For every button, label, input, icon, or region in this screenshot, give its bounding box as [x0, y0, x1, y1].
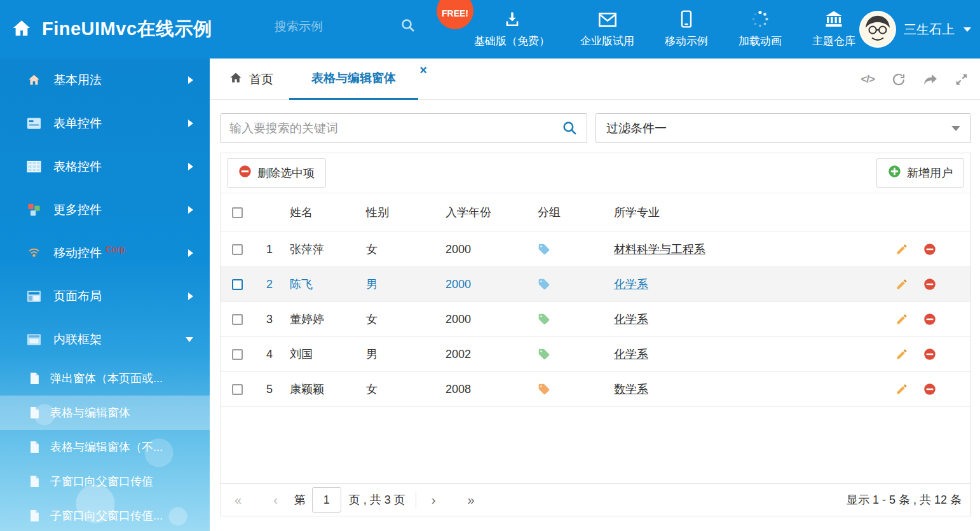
search-icon[interactable] [562, 120, 578, 136]
chevron-down-icon [963, 27, 971, 32]
row-checkbox[interactable] [232, 279, 243, 290]
prev-page-button[interactable]: ‹ [268, 493, 283, 507]
sidebar-subitem-label: 子窗口向父窗口传值... [50, 508, 163, 523]
table-row[interactable]: 1 张萍萍 女 2000 材料科学与工程系 [221, 232, 970, 267]
next-page-button[interactable]: › [426, 493, 441, 507]
delete-selected-button[interactable]: 删除选中项 [227, 158, 326, 188]
sidebar-subitem-popup-window[interactable]: 弹出窗体（本页面或... [0, 361, 210, 396]
major-link[interactable]: 材料科学与工程系 [614, 243, 705, 256]
sidebar-item-page-layout[interactable]: 页面布局 [0, 275, 210, 318]
edit-icon[interactable] [895, 243, 908, 256]
edit-icon[interactable] [895, 313, 908, 326]
edit-icon[interactable] [895, 348, 908, 361]
download-icon [503, 10, 521, 28]
filter-row: 过滤条件一 [220, 113, 971, 143]
nav-item-basic-free[interactable]: 基础版（免费） [459, 0, 565, 59]
nav-label: 企业版试用 [580, 34, 634, 48]
last-page-button[interactable]: » [462, 493, 479, 507]
tag-icon [538, 278, 550, 291]
sidebar-item-iframe[interactable]: 内联框架 [0, 318, 210, 361]
select-all-checkbox[interactable] [232, 207, 243, 218]
row-checkbox[interactable] [232, 384, 243, 395]
tab-tools: </> [861, 59, 969, 100]
tab-bar: 首页 表格与编辑窗体 × </> [210, 59, 980, 100]
refresh-icon[interactable] [891, 72, 906, 87]
sidebar-item-label: 内联框架 [53, 331, 102, 348]
column-header-name[interactable]: 姓名 [290, 205, 366, 220]
table-row[interactable]: 3 董婷婷 女 2000 化学系 [221, 302, 970, 337]
chevron-right-icon [188, 76, 193, 84]
column-header-year[interactable]: 入学年份 [446, 205, 538, 220]
delete-icon[interactable] [923, 383, 936, 396]
row-number: 5 [254, 383, 290, 396]
edit-icon[interactable] [895, 278, 908, 291]
delete-icon[interactable] [923, 278, 936, 291]
share-icon[interactable] [923, 72, 938, 86]
delete-icon[interactable] [923, 348, 936, 361]
column-header-gender[interactable]: 性别 [366, 205, 446, 220]
sidebar-item-label: 页面布局 [53, 288, 102, 305]
sidebar-subitem-grid-edit-window-2[interactable]: 表格与编辑窗体（不... [0, 430, 210, 464]
keyword-search-input[interactable] [221, 121, 562, 135]
envelope-icon [598, 10, 617, 28]
first-page-button[interactable]: « [229, 493, 247, 507]
header-search-input[interactable] [275, 20, 370, 34]
nav-item-mobile-demo[interactable]: 移动示例 [650, 0, 723, 59]
row-checkbox[interactable] [232, 349, 243, 360]
chevron-right-icon [188, 163, 193, 170]
tab-home[interactable]: 首页 [229, 59, 273, 100]
frame-icon [27, 332, 43, 347]
tag-icon [538, 313, 550, 326]
row-checkbox[interactable] [232, 314, 243, 325]
home-icon[interactable] [11, 18, 32, 40]
row-number: 1 [254, 243, 290, 256]
mobile-icon [681, 10, 692, 28]
tab-grid-edit-window[interactable]: 表格与编辑窗体 × [289, 59, 418, 100]
cell-name: 董婷婷 [290, 312, 366, 327]
nav-item-loading-animation[interactable]: 加载动画 [723, 0, 797, 59]
sidebar-item-basic-usage[interactable]: 基本用法 [0, 59, 210, 102]
major-link[interactable]: 化学系 [614, 348, 648, 361]
file-icon [29, 406, 40, 419]
sidebar-subitem-child-to-parent[interactable]: 子窗口向父窗口传值 [0, 464, 210, 499]
layout-icon [27, 289, 43, 304]
sidebar-subitem-label: 表格与编辑窗体（不... [50, 439, 163, 455]
sidebar: 基本用法 表单控件 表格控件 更多控件 移动控件 Corp. 页面布局 [0, 59, 210, 531]
sidebar-subitem-grid-edit-window[interactable]: 表格与编辑窗体 [0, 396, 210, 430]
user-menu[interactable]: 三生石上 [859, 0, 971, 59]
sidebar-item-grid-controls[interactable]: 表格控件 [0, 145, 210, 188]
filter-dropdown[interactable]: 过滤条件一 [595, 113, 971, 143]
column-header-major[interactable]: 所学专业 [614, 205, 895, 220]
column-header-group[interactable]: 分组 [538, 205, 614, 220]
table-row[interactable]: 5 康颖颖 女 2008 数学系 [221, 372, 970, 407]
cell-year: 2002 [446, 348, 538, 361]
sidebar-item-more-controls[interactable]: 更多控件 [0, 188, 210, 231]
sidebar-subitem-child-to-parent-2[interactable]: 子窗口向父窗口传值... [0, 499, 210, 531]
delete-icon[interactable] [923, 243, 936, 256]
form-icon [27, 116, 43, 131]
major-link[interactable]: 化学系 [614, 278, 648, 291]
sidebar-item-form-controls[interactable]: 表单控件 [0, 102, 210, 145]
view-source-icon[interactable]: </> [861, 73, 875, 86]
add-user-button[interactable]: 新增用户 [876, 158, 964, 188]
table-row[interactable]: 2 陈飞 男 2000 化学系 [221, 267, 970, 302]
sidebar-item-mobile-controls[interactable]: 移动控件 Corp. [0, 231, 210, 275]
nav-label: 基础版（免费） [474, 34, 550, 48]
page-number-input[interactable] [312, 487, 341, 513]
file-icon [29, 441, 40, 453]
fullscreen-icon[interactable] [955, 72, 969, 86]
table-row[interactable]: 4 刘国 男 2002 化学系 [221, 337, 970, 372]
header-search-icon[interactable] [400, 18, 416, 36]
delete-icon[interactable] [923, 313, 936, 326]
cell-name: 刘国 [290, 347, 366, 362]
major-link[interactable]: 数学系 [614, 383, 648, 396]
grid-panel: 删除选中项 新增用户 姓名 性别 入学年份 分组 所学专业 1 张萍萍 女 [220, 153, 971, 516]
tag-icon [538, 348, 550, 361]
major-link[interactable]: 化学系 [614, 313, 648, 326]
edit-icon[interactable] [895, 383, 908, 396]
pagination-bar: « ‹ 第 页 , 共 3 页 › » 显示 1 - 5 条 , 共 12 条 [221, 483, 970, 516]
close-icon[interactable]: × [419, 64, 427, 76]
nav-item-enterprise-trial[interactable]: 企业版试用 [565, 0, 650, 59]
row-checkbox[interactable] [232, 244, 243, 255]
nav-label: 加载动画 [738, 34, 782, 48]
